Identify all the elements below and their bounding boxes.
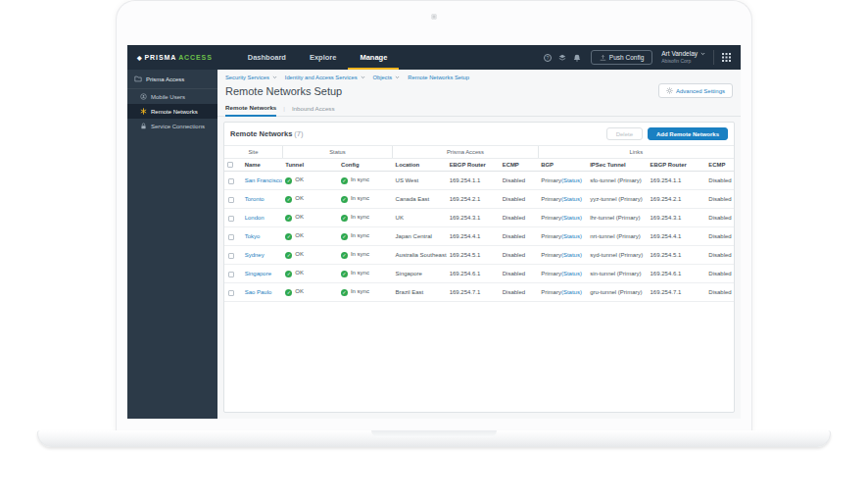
breadcrumb-objects[interactable]: Objects — [373, 75, 393, 80]
chevron-down-icon[interactable] — [272, 75, 277, 79]
column-header-tunnel[interactable]: Tunnel — [282, 159, 338, 172]
bell-icon[interactable] — [573, 54, 581, 62]
breadcrumb-security-services[interactable]: Security Services — [225, 75, 269, 80]
site-name-link[interactable]: Singapore — [245, 271, 271, 276]
tasks-icon[interactable] — [558, 54, 566, 62]
help-icon[interactable]: ? — [544, 54, 552, 62]
delete-button[interactable]: Delete — [606, 127, 643, 140]
bgp-status-link[interactable]: (Status) — [561, 196, 582, 202]
table-body: San Francisco✓OK✓In syncUS West169.254.1… — [224, 172, 734, 302]
sidebar-item-remote-networks[interactable]: Remote Networks — [127, 104, 217, 119]
row-checkbox[interactable] — [228, 253, 234, 259]
column-header-config[interactable]: Config — [338, 159, 393, 172]
bgp-status-link[interactable]: (Status) — [561, 177, 582, 183]
links-ebgp-router-cell: 169.254.5.1 — [648, 246, 706, 265]
row-checkbox[interactable] — [228, 290, 234, 296]
nav-tab-manage[interactable]: Manage — [348, 45, 399, 70]
sidebar-item-service-connections[interactable]: Service Connections — [127, 119, 217, 133]
site-name-link[interactable]: Toronto — [245, 196, 265, 202]
nav-tab-explore[interactable]: Explore — [298, 45, 349, 70]
webcam-dot — [431, 14, 437, 20]
location-cell: Japan Central — [393, 227, 447, 246]
laptop-base — [37, 430, 831, 447]
links-ecmp-cell: Disabled — [705, 190, 734, 209]
row-checkbox[interactable] — [228, 197, 234, 203]
ipsec-tunnel-cell: yyz-tunnel (Primary) — [587, 190, 647, 209]
row-checkbox[interactable] — [228, 234, 234, 240]
site-name-link[interactable]: London — [245, 215, 265, 221]
check-circle-icon: ✓ — [341, 196, 348, 203]
prisma-access-logo: ◆ PRISMA ACCESS — [137, 54, 213, 61]
column-header-bgp[interactable]: BGP — [538, 159, 587, 172]
nav-tab-dashboard[interactable]: Dashboard — [236, 45, 298, 70]
site-name-link[interactable]: San Francisco — [245, 177, 282, 183]
links-ecmp-cell: Disabled — [705, 246, 734, 265]
advanced-settings-button[interactable]: Advanced Settings — [658, 83, 733, 98]
config-status: In sync — [351, 288, 369, 294]
breadcrumb-remote-networks-setup[interactable]: Remote Networks Setup — [408, 75, 469, 80]
row-checkbox[interactable] — [228, 178, 234, 184]
config-status: In sync — [351, 270, 369, 276]
app-launcher-grid-icon[interactable] — [722, 53, 731, 62]
bgp-status-link[interactable]: (Status) — [561, 215, 582, 221]
column-header-ipsec-tunnel[interactable]: IPSec Tunnel — [587, 159, 647, 172]
ebgp-router-cell: 169.254.7.1 — [447, 283, 500, 302]
push-config-button[interactable]: Push Config — [591, 50, 652, 65]
links-ecmp-cell: Disabled — [705, 265, 734, 283]
row-checkbox[interactable] — [228, 216, 234, 222]
ebgp-router-cell: 169.254.4.1 — [447, 227, 500, 246]
add-remote-networks-button[interactable]: Add Remote Networks — [648, 127, 728, 140]
site-name-link[interactable]: Tokyo — [245, 233, 261, 239]
column-header-ecmp[interactable]: ECMP — [705, 159, 734, 172]
tunnel-status: OK — [295, 270, 304, 276]
user-org: Abisofin Corp — [661, 58, 705, 65]
config-status: In sync — [351, 251, 369, 257]
group-header-status: Status — [282, 146, 392, 159]
app-body: Prisma Access Mobile Users Remote Networ… — [127, 70, 741, 419]
chevron-down-icon[interactable] — [361, 75, 365, 79]
bgp-status-link[interactable]: (Status) — [561, 252, 582, 258]
topnav-divider — [713, 50, 714, 65]
ipsec-tunnel-cell: nrt-tunnel (Primary) — [587, 227, 647, 246]
chevron-down-icon[interactable] — [395, 75, 400, 79]
sidebar-item-mobile-users[interactable]: Mobile Users — [127, 89, 217, 104]
select-all-checkbox[interactable] — [227, 162, 233, 168]
ebgp-router-cell: 169.254.1.1 — [447, 172, 500, 190]
lock-icon — [140, 123, 147, 129]
links-ecmp-cell: Disabled — [705, 209, 734, 227]
sidebar-item-prisma-access[interactable]: Prisma Access — [127, 70, 217, 89]
check-circle-icon: ✓ — [285, 215, 292, 222]
group-header-links: Links — [538, 146, 734, 159]
column-header-ebgp-router[interactable]: EBGP Router — [648, 159, 706, 172]
user-menu[interactable]: Art Vandelay Abisofin Corp — [661, 50, 705, 65]
tab-remote-networks[interactable]: Remote Networks — [225, 101, 276, 117]
page-title: Remote Networks Setup — [225, 85, 342, 97]
column-header-ecmp[interactable]: ECMP — [500, 159, 539, 172]
site-name-link[interactable]: Sydney — [245, 252, 265, 258]
push-config-icon — [600, 54, 606, 61]
row-checkbox[interactable] — [228, 272, 234, 277]
bgp-status-link[interactable]: (Status) — [561, 271, 582, 276]
location-cell: UK — [393, 209, 447, 227]
tab-inbound-access[interactable]: Inbound Access — [292, 102, 335, 116]
ebgp-router-cell: 169.254.5.1 — [447, 246, 500, 265]
location-cell: Canada East — [393, 190, 447, 209]
bgp-status-link[interactable]: (Status) — [561, 233, 582, 239]
column-header-location[interactable]: Location — [393, 159, 447, 172]
bgp-status-link[interactable]: (Status) — [561, 289, 582, 295]
column-header-ebgp-router[interactable]: EBGP Router — [447, 159, 500, 172]
breadcrumb-identity-access[interactable]: Identity and Access Services — [285, 75, 358, 80]
site-name-link[interactable]: Sao Paulo — [245, 289, 272, 295]
card-actions: Delete Add Remote Networks — [606, 127, 728, 140]
column-header-name[interactable]: Name — [242, 159, 283, 172]
logo-diamond-icon: ◆ — [137, 54, 143, 61]
ecmp-cell: Disabled — [500, 172, 539, 190]
check-circle-icon: ✓ — [341, 233, 348, 240]
ebgp-router-cell: 169.254.6.1 — [447, 265, 500, 283]
table-row: Sao Paulo✓OK✓In syncBrazil East169.254.7… — [224, 283, 734, 302]
page-tabs: Remote Networks | Inbound Access — [217, 101, 741, 117]
tunnel-status: OK — [295, 195, 304, 201]
tunnel-status: OK — [295, 232, 304, 238]
ipsec-tunnel-cell: syd-tunnel (Primary) — [587, 246, 647, 265]
bgp-cell: Primary(Status) — [538, 265, 587, 283]
